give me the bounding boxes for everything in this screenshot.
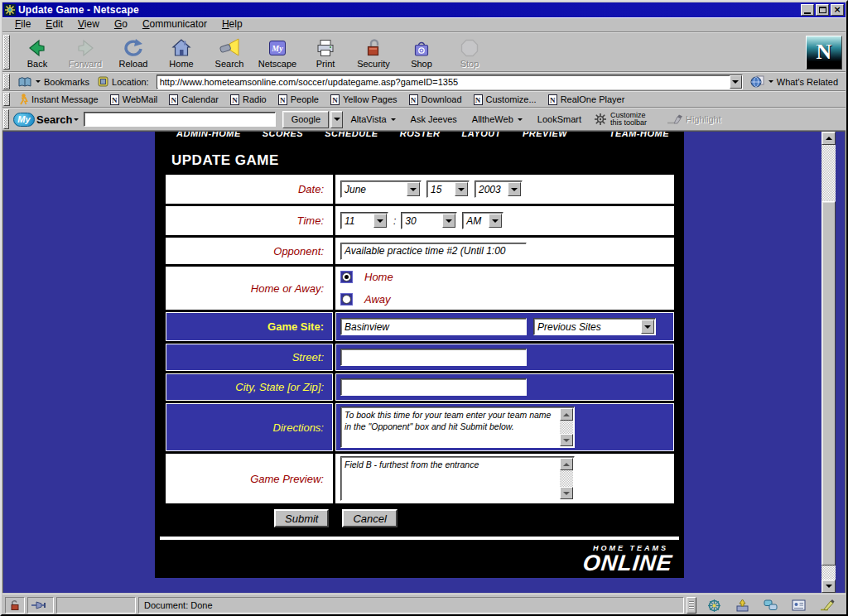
download-button[interactable]: N Download	[403, 94, 468, 105]
directions-textarea[interactable]: To book this time for your team enter yo…	[340, 407, 575, 448]
restore-button[interactable]	[816, 4, 829, 16]
whats-related-button[interactable]: What's Related	[746, 75, 842, 89]
google-dropdown-button[interactable]	[330, 111, 343, 128]
reload-button[interactable]: Reload	[109, 34, 157, 70]
day-select[interactable]: 15	[426, 180, 470, 198]
personal-toolbar-grippy[interactable]	[3, 93, 10, 106]
mysearch-dropdown-icon[interactable]	[74, 118, 79, 121]
ampm-select[interactable]: AM	[462, 212, 504, 229]
netscape-badge-icon: My	[267, 38, 287, 58]
location-grippy[interactable]	[3, 74, 10, 89]
back-button[interactable]: Back	[13, 34, 61, 70]
menu-bar: File Edit View Go Communicator Help	[2, 17, 846, 32]
security-status-cell[interactable]	[5, 597, 25, 614]
menu-view[interactable]: View	[70, 17, 107, 31]
scroll-down-icon[interactable]	[560, 487, 573, 499]
scroll-up-icon[interactable]	[560, 408, 573, 421]
realone-player-button[interactable]: N RealOne Player	[542, 94, 631, 105]
home-radio[interactable]	[340, 271, 353, 283]
menu-help[interactable]: Help	[214, 17, 250, 31]
composer-icon[interactable]	[820, 599, 835, 611]
highlight-button[interactable]: Highlight	[667, 114, 721, 124]
netscape-page-icon: N	[278, 94, 287, 105]
people-button[interactable]: N People	[272, 94, 325, 105]
address-book-icon[interactable]	[792, 599, 806, 611]
scrollbar-thumb[interactable]	[822, 201, 836, 565]
customize-toolbar-button[interactable]: Customize this toolbar	[594, 112, 658, 127]
scroll-down-icon[interactable]	[560, 434, 573, 446]
nav-admin-home[interactable]: ADMIN-HOME	[176, 132, 241, 142]
game-site-input[interactable]	[340, 318, 527, 335]
browser-viewport: ADMIN-HOME SCORES SCHEDULE ROSTER LAYOUT…	[2, 131, 846, 593]
toolbar-grippy[interactable]	[3, 35, 10, 70]
yellow-pages-button[interactable]: N Yellow Pages	[325, 94, 403, 105]
netscape-logo[interactable]: N	[806, 36, 842, 70]
minute-select[interactable]: 30	[401, 212, 457, 229]
security-button[interactable]: Security	[349, 34, 398, 70]
nav-layout[interactable]: LAYOUT	[462, 132, 501, 142]
mailbox-icon[interactable]	[735, 599, 749, 613]
vertical-scrollbar[interactable]	[822, 132, 836, 593]
google-search-button[interactable]: Google	[282, 111, 329, 128]
scroll-down-button[interactable]	[822, 580, 836, 593]
nav-scores[interactable]: SCORES	[263, 132, 303, 142]
mysearch-input[interactable]	[84, 112, 276, 127]
discussions-icon[interactable]	[764, 599, 778, 612]
home-button[interactable]: Home	[157, 34, 205, 70]
previous-sites-select[interactable]: Previous Sites	[533, 318, 656, 335]
submit-button[interactable]: Submit	[274, 509, 329, 527]
radio-button[interactable]: N Radio	[224, 94, 272, 105]
mysearch-toolbar: My Search Google AltaVista Ask Jeeves Al…	[2, 108, 846, 131]
year-select[interactable]: 2003	[475, 180, 523, 198]
stop-button[interactable]: Stop	[446, 34, 494, 70]
component-bar-handle[interactable]	[687, 597, 696, 614]
hour-select[interactable]: 11	[340, 212, 388, 229]
calendar-button[interactable]: N Calendar	[163, 94, 224, 105]
minimize-button[interactable]	[801, 4, 814, 16]
location-label-group[interactable]: Location:	[94, 75, 153, 88]
engine-altavista[interactable]: AltaVista	[343, 114, 402, 124]
instant-message-button[interactable]: Instant Message	[13, 94, 104, 105]
city-state-input[interactable]	[340, 378, 527, 396]
scroll-up-icon[interactable]	[560, 458, 573, 470]
game-preview-textarea[interactable]: Field B - furthest from the entrance	[340, 456, 575, 501]
cancel-button[interactable]: Cancel	[342, 509, 397, 527]
nav-preview[interactable]: PREVIEW	[523, 132, 567, 142]
textarea-scrollbar[interactable]	[560, 408, 573, 446]
forward-button[interactable]: Forward	[61, 34, 109, 70]
menu-go[interactable]: Go	[107, 17, 135, 31]
close-button[interactable]: ×	[831, 4, 844, 16]
opponent-input[interactable]	[340, 243, 527, 260]
url-dropdown-button[interactable]	[730, 75, 742, 89]
nav-schedule[interactable]: SCHEDULE	[325, 132, 378, 142]
bookmarks-button[interactable]: Bookmarks	[13, 75, 94, 89]
online-status-cell[interactable]	[27, 597, 54, 614]
url-input[interactable]	[157, 76, 730, 88]
search-button[interactable]: Search	[205, 34, 253, 70]
engine-ask-jeeves[interactable]: Ask Jeeves	[403, 114, 465, 124]
menu-edit[interactable]: Edit	[38, 17, 70, 31]
chevron-down-icon	[334, 118, 340, 121]
menu-file[interactable]: File	[7, 17, 38, 31]
netscape-button[interactable]: My Netscape	[253, 34, 301, 70]
url-field-container	[157, 75, 743, 89]
chevron-down-icon	[373, 214, 387, 228]
bookmarks-dropdown-icon	[36, 80, 41, 83]
customize-button[interactable]: N Customize...	[468, 94, 542, 105]
engine-alltheweb[interactable]: AlltheWeb	[465, 114, 530, 124]
mysearch-grippy[interactable]	[3, 109, 9, 129]
opponent-row: Opponent:	[166, 238, 674, 264]
scroll-up-button[interactable]	[822, 132, 836, 145]
nav-roster[interactable]: ROSTER	[400, 132, 441, 142]
shop-button[interactable]: Shop	[398, 34, 446, 70]
street-input[interactable]	[340, 349, 527, 366]
away-radio[interactable]	[340, 293, 353, 306]
webmail-button[interactable]: N WebMail	[104, 94, 164, 105]
nav-team-home[interactable]: TEAM-HOME	[610, 132, 669, 142]
print-button[interactable]: Print	[301, 34, 349, 70]
engine-looksmart[interactable]: LookSmart	[530, 114, 589, 124]
month-select[interactable]: June	[340, 180, 422, 198]
navigator-icon[interactable]	[707, 599, 721, 613]
textarea-scrollbar[interactable]	[560, 458, 573, 499]
menu-communicator[interactable]: Communicator	[135, 17, 214, 31]
